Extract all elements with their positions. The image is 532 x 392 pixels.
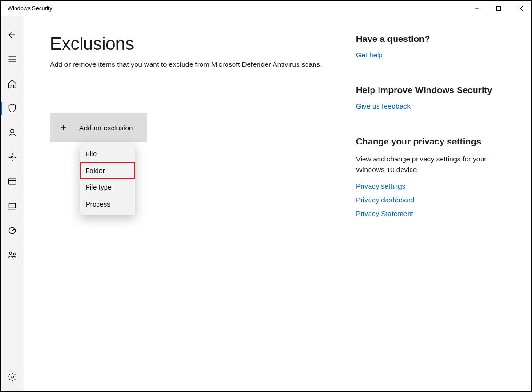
svg-rect-9 — [9, 179, 16, 184]
question-heading: Have a question? — [356, 34, 502, 44]
privacy-statement-link[interactable]: Privacy Statement — [356, 209, 502, 217]
window-controls — [466, 1, 531, 16]
improve-heading: Help improve Windows Security — [356, 85, 502, 96]
main-content: Exclusions Add or remove items that you … — [24, 16, 531, 391]
titlebar: Windows Security — [1, 1, 531, 16]
add-exclusion-button[interactable]: + Add an exclusion — [50, 113, 147, 142]
privacy-dashboard-link[interactable]: Privacy dashboard — [356, 196, 502, 204]
menu-icon[interactable] — [1, 49, 24, 70]
content-right: Have a question? Get help Help improve W… — [356, 34, 502, 391]
content-left: Exclusions Add or remove items that you … — [50, 34, 342, 391]
firewall-icon[interactable] — [1, 147, 24, 168]
svg-point-7 — [11, 129, 14, 133]
plus-icon: + — [60, 122, 67, 133]
dropdown-item-file-type[interactable]: File type — [80, 179, 135, 196]
account-icon[interactable] — [1, 122, 24, 143]
question-section: Have a question? Get help — [356, 34, 502, 59]
maximize-button[interactable] — [488, 1, 509, 16]
svg-point-13 — [9, 252, 12, 254]
feedback-link[interactable]: Give us feedback — [356, 102, 502, 110]
dropdown-item-process[interactable]: Process — [80, 196, 135, 213]
svg-rect-1 — [497, 7, 501, 11]
get-help-link[interactable]: Get help — [356, 51, 502, 59]
device-security-icon[interactable] — [1, 196, 24, 216]
add-exclusion-label: Add an exclusion — [79, 124, 133, 132]
window-title: Windows Security — [8, 5, 52, 12]
svg-point-15 — [11, 376, 14, 378]
svg-point-14 — [13, 253, 15, 255]
svg-rect-11 — [9, 203, 15, 208]
sidebar — [1, 16, 24, 391]
settings-icon[interactable] — [1, 367, 24, 387]
privacy-section: Change your privacy settings View and ch… — [356, 136, 502, 217]
privacy-heading: Change your privacy settings — [356, 136, 502, 147]
exclusion-dropdown: File Folder File type Process — [80, 144, 135, 215]
improve-section: Help improve Windows Security Give us fe… — [356, 85, 502, 110]
shield-icon[interactable] — [1, 98, 24, 119]
privacy-settings-link[interactable]: Privacy settings — [356, 182, 502, 190]
svg-point-8 — [11, 156, 13, 158]
family-options-icon[interactable] — [1, 245, 24, 265]
dropdown-item-folder[interactable]: Folder — [80, 162, 135, 179]
home-icon[interactable] — [1, 73, 24, 94]
close-button[interactable] — [509, 1, 531, 16]
back-icon[interactable] — [1, 24, 24, 45]
minimize-button[interactable] — [466, 1, 488, 16]
dropdown-item-file[interactable]: File — [80, 145, 135, 162]
page-subtitle: Add or remove items that you want to exc… — [50, 59, 328, 70]
page-title: Exclusions — [50, 34, 342, 54]
app-browser-icon[interactable] — [1, 171, 24, 192]
privacy-body: View and change privacy settings for you… — [356, 153, 502, 176]
device-performance-icon[interactable] — [1, 220, 24, 241]
